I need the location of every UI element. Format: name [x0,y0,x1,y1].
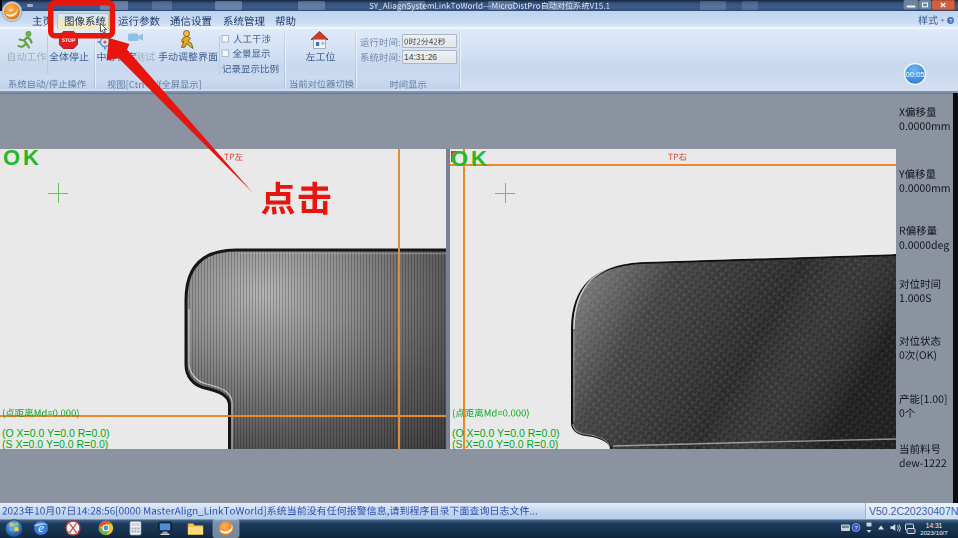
svg-text:?: ? [949,18,952,24]
svg-text:00:05: 00:05 [905,70,924,79]
svg-text:STOP: STOP [62,37,76,43]
